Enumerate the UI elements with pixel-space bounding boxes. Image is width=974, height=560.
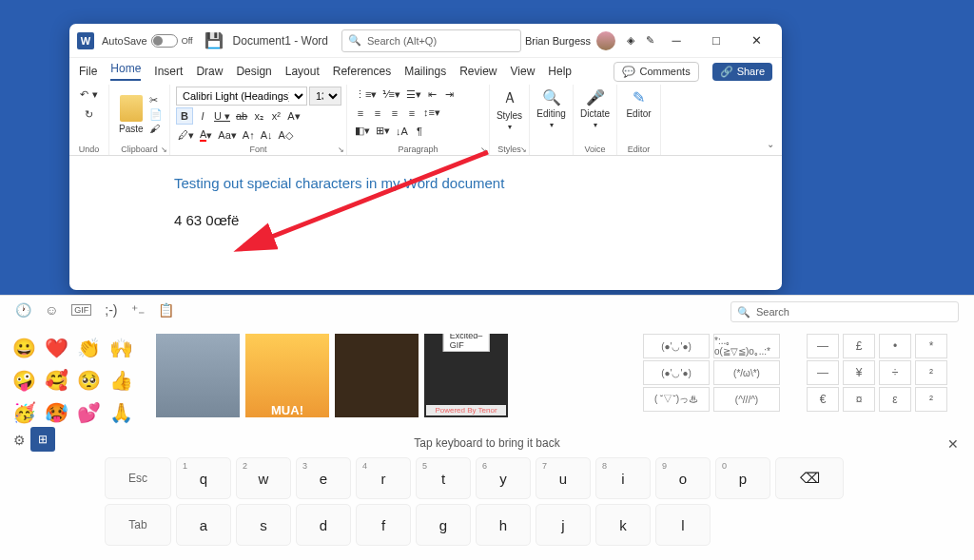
diamond-icon[interactable]: ◈ — [627, 34, 634, 47]
italic-button[interactable]: I — [195, 108, 210, 124]
decrease-indent-button[interactable]: ⇤ — [425, 87, 440, 103]
format-painter-button[interactable]: 🖌 — [149, 123, 163, 134]
shading-button[interactable]: ◧▾ — [353, 123, 372, 139]
borders-button[interactable]: ⊞▾ — [374, 123, 392, 139]
superscript-button[interactable]: x² — [268, 108, 283, 124]
pen-icon[interactable]: ✎ — [646, 34, 654, 47]
align-center-button[interactable]: ≡ — [370, 106, 385, 121]
key-tab[interactable]: Tab — [105, 504, 171, 546]
emoji-search-input[interactable]: 🔍 Search — [730, 301, 959, 322]
tab-kaomoji-icon[interactable]: ;-) — [105, 302, 117, 318]
key-p[interactable]: 0p — [715, 457, 770, 499]
key-s[interactable]: s — [236, 504, 291, 546]
key-q[interactable]: 1q — [176, 457, 231, 499]
change-case-button[interactable]: Aa▾ — [216, 127, 238, 144]
font-name-select[interactable]: Calibri Light (Headings) — [176, 87, 307, 106]
underline-button[interactable]: U ▾ — [212, 108, 232, 125]
tab-clipboard-icon[interactable]: 📋 — [158, 302, 174, 318]
key-k[interactable]: k — [595, 504, 651, 546]
tab-clock-icon[interactable]: 🕐 — [15, 302, 31, 318]
key-d[interactable]: d — [296, 504, 351, 546]
document-body[interactable]: 4 63 0œfë — [174, 212, 677, 228]
keyboard-close-button[interactable]: ✕ — [947, 436, 959, 452]
symbol-item[interactable]: * — [915, 334, 947, 358]
editing-button[interactable]: 🔍Editing▾ — [536, 87, 567, 131]
symbol-item[interactable]: ² — [915, 360, 947, 385]
kaomoji-item[interactable]: (●'◡'●) — [643, 334, 710, 358]
bold-button[interactable]: B — [176, 107, 193, 125]
emoji-item[interactable]: 😀 — [10, 334, 38, 362]
numbering-button[interactable]: ⅟≡▾ — [380, 87, 401, 103]
key-e[interactable]: 3e — [296, 457, 351, 499]
user-name[interactable]: Brian Burgess — [525, 35, 591, 47]
symbol-item[interactable]: ε — [879, 387, 911, 412]
subscript-button[interactable]: x₂ — [251, 108, 266, 125]
justify-button[interactable]: ≡ — [404, 106, 419, 121]
ribbon-collapse-button[interactable]: ⌄ — [767, 139, 774, 149]
menu-mailings[interactable]: Mailings — [404, 65, 446, 78]
symbol-item[interactable]: ² — [915, 387, 947, 412]
emoji-item[interactable]: 🥺 — [74, 366, 103, 395]
emoji-item[interactable]: 🙌 — [107, 334, 135, 362]
key-y[interactable]: 6y — [476, 457, 531, 499]
symbol-item[interactable]: — — [807, 360, 839, 385]
styles-button[interactable]: ＡStyles▾ — [496, 87, 523, 133]
save-icon[interactable]: 💾 — [205, 31, 224, 49]
menu-design[interactable]: Design — [236, 65, 271, 78]
menu-help[interactable]: Help — [548, 65, 572, 78]
menu-home[interactable]: Home — [110, 62, 141, 81]
align-left-button[interactable]: ≡ — [353, 106, 368, 121]
emoji-item[interactable]: ❤️ — [42, 334, 70, 362]
grow-font-button[interactable]: A↑ — [241, 127, 257, 143]
dictate-button[interactable]: 🎤Dictate▾ — [579, 87, 611, 131]
copy-button[interactable]: 📄 — [149, 108, 163, 121]
menu-view[interactable]: View — [511, 65, 536, 78]
emoji-item[interactable]: 🙏 — [107, 398, 135, 427]
menu-layout[interactable]: Layout — [285, 65, 320, 78]
emoji-item[interactable]: 🤪 — [10, 366, 38, 395]
show-marks-button[interactable]: ¶ — [412, 124, 427, 139]
close-button[interactable]: ✕ — [738, 28, 774, 54]
kaomoji-item[interactable]: (*/ω\*) — [713, 360, 780, 385]
emoji-item[interactable]: 💕 — [74, 398, 103, 427]
minimize-button[interactable]: ─ — [658, 28, 694, 54]
document-heading[interactable]: Testing out special characters in my Wor… — [174, 175, 677, 191]
key-u[interactable]: 7u — [536, 457, 591, 499]
strike-button[interactable]: ab — [234, 108, 249, 124]
paragraph-launcher[interactable]: ↘ — [480, 145, 487, 154]
font-color-button[interactable]: A▾ — [198, 126, 214, 144]
bullets-button[interactable]: ⋮≡▾ — [353, 87, 379, 103]
symbol-item[interactable]: • — [879, 334, 911, 358]
clear-format-button[interactable]: A◇ — [277, 127, 295, 144]
key-f[interactable]: f — [356, 504, 411, 546]
menu-review[interactable]: Review — [459, 65, 497, 78]
styles-launcher[interactable]: ↘ — [520, 145, 527, 154]
emoji-item[interactable]: 🥳 — [10, 398, 38, 427]
key-j[interactable]: j — [536, 504, 591, 546]
tab-emoji-icon[interactable]: ☺ — [45, 302, 58, 318]
key-l[interactable]: l — [655, 504, 711, 546]
font-launcher[interactable]: ↘ — [338, 145, 344, 154]
kaomoji-item[interactable]: *:..｡o(≧▽≦)o｡..:* — [713, 334, 780, 358]
cut-button[interactable]: ✂ — [149, 94, 163, 106]
key-h[interactable]: h — [476, 504, 531, 546]
key-r[interactable]: 4r — [356, 457, 411, 499]
emoji-item[interactable]: 👏 — [74, 334, 103, 362]
maximize-button[interactable]: □ — [698, 28, 734, 54]
emoji-item[interactable]: 👍 — [107, 366, 135, 395]
kaomoji-item[interactable]: (^///^) — [713, 387, 780, 412]
gif-card[interactable]: MUA! — [245, 334, 329, 417]
symbol-item[interactable]: ¤ — [843, 387, 875, 412]
key-w[interactable]: 2w — [236, 457, 291, 499]
align-right-button[interactable]: ≡ — [387, 106, 402, 121]
share-button[interactable]: 🔗 Share — [712, 63, 772, 81]
undo-button[interactable]: ↶ ▾ — [78, 87, 99, 103]
menu-insert[interactable]: Insert — [154, 65, 183, 78]
menu-references[interactable]: References — [333, 65, 391, 78]
key-a[interactable]: a — [176, 504, 231, 546]
key-o[interactable]: 9o — [655, 457, 711, 499]
emoji-item[interactable]: 🥵 — [42, 398, 70, 427]
comments-button[interactable]: 💬 Comments — [614, 62, 698, 82]
key-esc[interactable]: Esc — [105, 457, 171, 499]
document-area[interactable]: Testing out special characters in my Wor… — [69, 156, 782, 284]
